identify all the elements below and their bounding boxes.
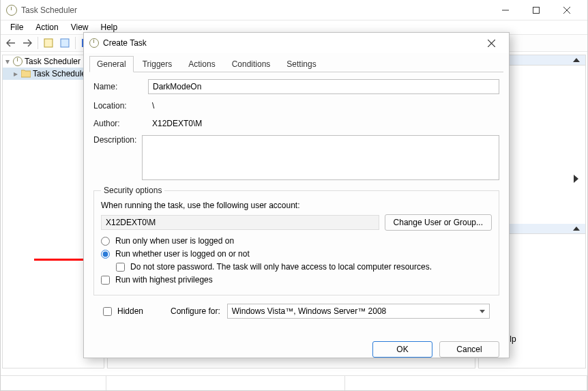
security-prompt: When running the task, use the following… [101,201,492,210]
svg-rect-4 [44,39,53,47]
window-controls [490,1,582,20]
svg-rect-5 [61,39,69,47]
no-store-password-checkbox[interactable] [116,263,125,272]
tab-actions[interactable]: Actions [181,56,222,72]
change-user-button[interactable]: Change User or Group... [385,214,492,231]
window-title: Task Scheduler [21,5,77,15]
configure-for-select[interactable]: Windows Vista™, Windows Server™ 2008 [227,304,490,319]
name-input[interactable] [148,79,499,94]
radio-whether[interactable] [101,250,110,259]
security-options-group: Security options When running the task, … [93,186,499,295]
forward-button[interactable] [20,35,35,50]
hidden-checkbox[interactable] [103,307,112,316]
toolbar-separator [75,37,76,49]
tab-body: Name: Location: \ Author: X12DEXT0\M Des… [89,72,503,325]
back-button[interactable] [3,35,18,50]
dialog-buttons: OK Cancel [84,332,509,364]
radio-logged-on-label: Run only when user is logged on [115,236,234,246]
toolbar-icon-2[interactable] [57,35,72,50]
status-bar [1,375,587,390]
security-legend: Security options [101,186,164,195]
toolbar-icon-1[interactable] [41,35,56,50]
titlebar: Task Scheduler [1,0,587,20]
no-store-password-label: Do not store password. The task will onl… [130,262,432,272]
account-display: X12DEXT0\M [101,215,379,230]
tree-caret-icon: ▾ [5,57,11,66]
location-label: Location: [93,101,143,111]
configure-for-label: Configure for: [171,306,220,316]
tree-caret-icon: ▸ [14,69,19,78]
clock-icon [13,57,23,66]
cancel-button[interactable]: Cancel [439,341,499,358]
collapse-icon [573,58,580,62]
tree-root-label: Task Scheduler (L [25,57,90,66]
no-store-password-row[interactable]: Do not store password. The task will onl… [116,262,492,272]
location-value: \ [148,100,499,112]
toolbar-separator [38,37,38,49]
description-label: Description: [93,135,136,145]
collapse-icon [573,227,580,231]
radio-logged-on-row[interactable]: Run only when user is logged on [101,236,492,246]
menu-action[interactable]: Action [30,21,63,33]
hidden-label: Hidden [117,306,143,316]
dialog-close-button[interactable] [479,33,503,53]
dialog-title: Create Task [103,38,147,48]
folder-icon [21,70,31,78]
status-cell-2 [106,376,345,390]
tab-general[interactable]: General [89,56,134,72]
app-clock-icon [6,5,17,16]
ok-button[interactable]: OK [372,341,432,358]
dialog-tabs: General Triggers Actions Conditions Sett… [84,53,509,72]
tab-conditions[interactable]: Conditions [224,56,278,72]
name-label: Name: [93,82,143,91]
tab-settings[interactable]: Settings [279,56,323,72]
status-cell-1 [1,376,106,390]
radio-whether-row[interactable]: Run whether user is logged on or not [101,249,492,259]
chevron-right-icon [574,175,578,183]
hidden-row[interactable]: Hidden [103,306,143,316]
dialog-titlebar: Create Task [84,33,509,53]
maximize-button[interactable] [520,1,551,20]
author-label: Author: [93,119,143,128]
highest-privileges-checkbox[interactable] [101,276,110,285]
highest-privileges-label: Run with highest privileges [115,275,213,285]
svg-rect-1 [533,7,539,13]
menu-file[interactable]: File [5,21,29,33]
radio-whether-label: Run whether user is logged on or not [115,249,250,259]
author-value: X12DEXT0\M [148,117,499,130]
tree-child-label: Task Schedule [33,69,86,78]
clock-icon [89,38,99,48]
account-value: X12DEXT0\M [106,218,156,227]
radio-logged-on[interactable] [101,237,110,246]
create-task-dialog: Create Task General Triggers Actions Con… [83,32,510,358]
close-button[interactable] [551,1,582,20]
description-input[interactable] [142,135,499,180]
configure-for-value: Windows Vista™, Windows Server™ 2008 [232,306,387,316]
minimize-button[interactable] [490,1,520,20]
highest-privileges-row[interactable]: Run with highest privileges [101,275,492,285]
tab-triggers[interactable]: Triggers [135,56,180,72]
status-cell-3 [345,376,587,390]
